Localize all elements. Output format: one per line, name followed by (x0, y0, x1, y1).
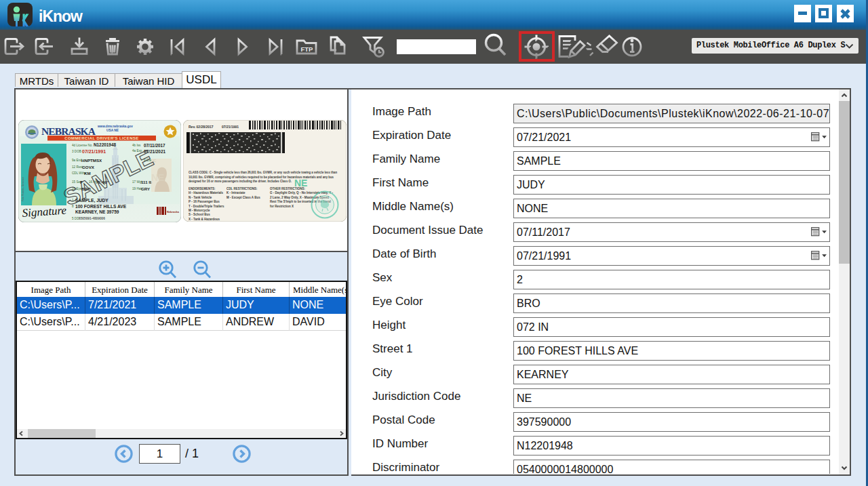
svg-text:K - Intrastate: K - Intrastate (226, 191, 245, 195)
svg-text:3 DOB: 3 DOB (72, 150, 81, 153)
svg-text:GOVX: GOVX (82, 165, 95, 169)
svg-text:X - Tank & Hazardous: X - Tank & Hazardous (189, 218, 220, 221)
svg-text:NE: NE (151, 172, 164, 183)
svg-text:P - 16 Passenger Bus: P - 16 Passenger Bus (189, 200, 220, 203)
svg-text:N - Tank Vehicle: N - Tank Vehicle (189, 196, 212, 199)
svg-text:Pete Ricketts, Governor: Pete Ricketts, Governor (22, 176, 24, 201)
svg-text:T - Double/Triple Trailers: T - Double/Triple Trailers (189, 205, 224, 208)
svg-text:Nebraska: Nebraska (167, 210, 180, 214)
svg-text:07/21/1991: 07/21/1991 (222, 125, 239, 129)
svg-text:Rev. 02/28/2017: Rev. 02/28/2017 (189, 125, 214, 129)
svg-text:for Restriction X: for Restriction X (270, 205, 294, 208)
svg-text:GRY: GRY (141, 186, 151, 191)
svg-text:HNPTMSX: HNPTMSX (81, 158, 102, 163)
svg-text:FTP: FTP (301, 45, 314, 53)
svg-text:OTHER RESTRICTIONS:: OTHER RESTRICTIONS: (270, 187, 306, 190)
svg-text:4d License No. N12201948: 4d License No. N12201948 (72, 142, 116, 147)
svg-text:NEBRASKA: NEBRASKA (41, 125, 96, 137)
svg-text:07/11/2017: 07/11/2017 (144, 143, 165, 148)
svg-text:9a End: 9a End (72, 159, 82, 162)
svg-text:M - Except Class A Bus: M - Except Class A Bus (226, 196, 260, 199)
svg-text:designed for 16 or more passen: designed for 16 or more passengers inclu… (189, 180, 292, 183)
svg-text:4b Iss: 4b Iss (132, 144, 141, 147)
svg-text:100 FOREST HILLS AVE: 100 FOREST HILLS AVE (75, 204, 127, 209)
svg-text:CLASS CODE: C - Single vehicle: CLASS CODE: C - Single vehicle less than… (189, 171, 337, 174)
svg-text:10,001 lbs. GVWR, comprising o: 10,001 lbs. GVWR, comprising of vehicles… (189, 176, 334, 179)
svg-text:07/21/1991: 07/21/1991 (82, 149, 106, 154)
svg-text:USA NE: USA NE (106, 129, 119, 132)
svg-text:www.dmv.nebraska.gov: www.dmv.nebraska.gov (97, 125, 133, 128)
svg-text:M - Motorcycle: M - Motorcycle (189, 209, 210, 212)
svg-text:H - Hazardous Materials: H - Hazardous Materials (189, 191, 224, 195)
svg-text:CDL RESTRICTIONS:: CDL RESTRICTIONS: (226, 187, 258, 190)
svg-text:S - School Bus: S - School Bus (189, 213, 210, 216)
svg-text:6505091-4809006: 6505091-4809006 (79, 217, 105, 220)
svg-text:KEARNEY, NE 39759: KEARNEY, NE 39759 (75, 209, 119, 215)
svg-text:COMMERCIAL DRIVER'S LICENSE: COMMERCIAL DRIVER'S LICENSE (64, 136, 138, 140)
svg-text:ENDORSEMENTS:: ENDORSEMENTS: (189, 187, 216, 190)
